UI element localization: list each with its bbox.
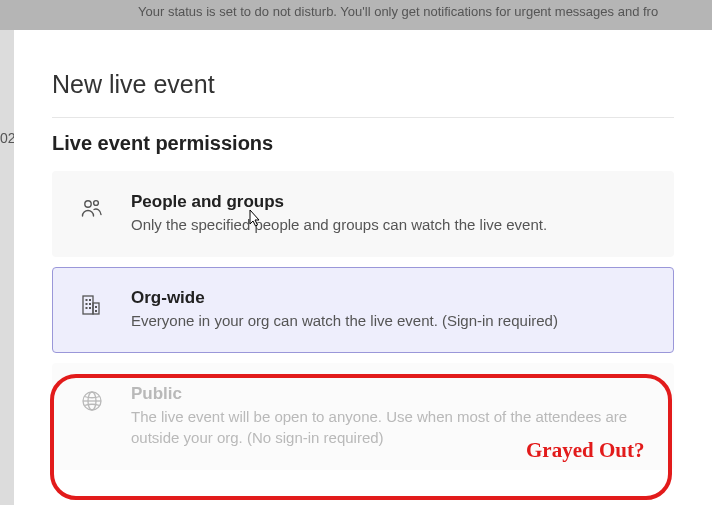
building-icon xyxy=(81,288,103,316)
option-content: Org-wide Everyone in your org can watch … xyxy=(131,288,649,332)
permission-option-people-and-groups[interactable]: People and groups Only the specified peo… xyxy=(52,171,674,257)
option-content: People and groups Only the specified peo… xyxy=(131,192,649,236)
svg-point-0 xyxy=(85,201,91,207)
svg-rect-7 xyxy=(89,303,91,305)
status-text: Your status is set to do not disturb. Yo… xyxy=(138,4,658,19)
svg-rect-10 xyxy=(95,306,97,308)
option-title: Org-wide xyxy=(131,288,649,308)
calendar-strip xyxy=(0,30,14,505)
globe-icon xyxy=(81,384,103,412)
permission-option-public: Public The live event will be open to an… xyxy=(52,363,674,471)
option-content: Public The live event will be open to an… xyxy=(131,384,649,450)
calendar-day-number: 02 xyxy=(0,130,14,146)
svg-rect-5 xyxy=(89,299,91,301)
option-desc: Only the specified people and groups can… xyxy=(131,214,649,236)
option-title: Public xyxy=(131,384,649,404)
new-live-event-modal: New live event Live event permissions Pe… xyxy=(14,30,712,505)
svg-point-1 xyxy=(94,201,99,206)
svg-rect-8 xyxy=(86,307,88,309)
modal-title: New live event xyxy=(52,70,674,99)
people-icon xyxy=(81,192,103,218)
option-title: People and groups xyxy=(131,192,649,212)
svg-rect-4 xyxy=(86,299,88,301)
option-desc: The live event will be open to anyone. U… xyxy=(131,406,649,450)
divider xyxy=(52,117,674,118)
svg-rect-9 xyxy=(89,307,91,309)
option-desc: Everyone in your org can watch the live … xyxy=(131,310,649,332)
svg-rect-11 xyxy=(95,310,97,312)
svg-rect-3 xyxy=(93,303,99,314)
svg-rect-2 xyxy=(83,296,93,314)
svg-rect-6 xyxy=(86,303,88,305)
section-heading: Live event permissions xyxy=(52,132,674,155)
permission-option-org-wide[interactable]: Org-wide Everyone in your org can watch … xyxy=(52,267,674,353)
background-status-bar: Your status is set to do not disturb. Yo… xyxy=(0,0,712,30)
